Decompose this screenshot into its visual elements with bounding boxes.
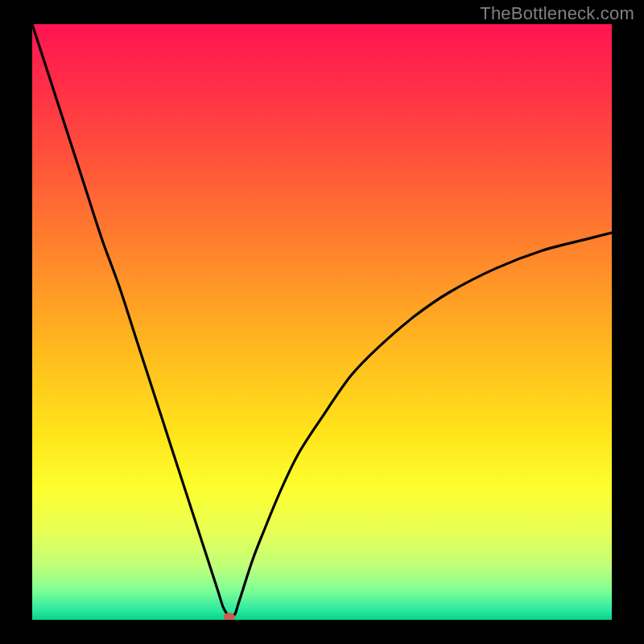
watermark-text: TheBottleneck.com — [480, 3, 634, 24]
chart-background — [32, 24, 612, 620]
bottleneck-chart — [32, 24, 612, 620]
chart-container: TheBottleneck.com — [0, 0, 644, 644]
